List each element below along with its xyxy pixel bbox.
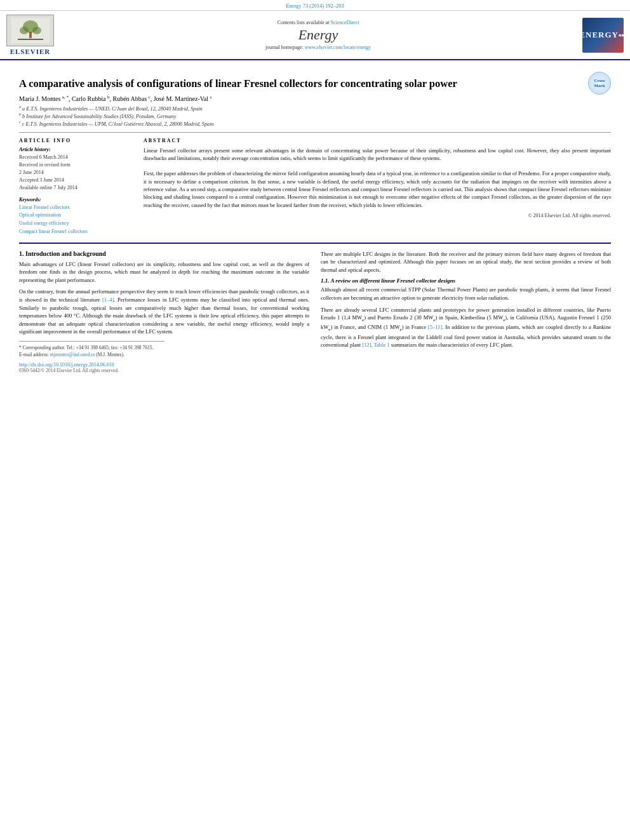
- svg-point-4: [32, 27, 41, 34]
- ref-5-11: [5–11]: [428, 324, 442, 330]
- elsevier-wordmark: ELSEVIER: [10, 48, 51, 55]
- body-right: There are multiple LFC designs in the li…: [321, 250, 611, 374]
- author-ruben: Rubén Abbas: [113, 95, 147, 102]
- body-columns: 1. Introduction and background Main adva…: [19, 250, 611, 374]
- journal-center: Contents lists available at ScienceDirec…: [54, 20, 582, 50]
- history-received: Received 6 March 2014: [19, 154, 133, 161]
- body-para-1: Main advantages of LFC (linear Fresnel c…: [19, 260, 309, 284]
- article-info-abstract: ARTICLE INFO Article history: Received 6…: [19, 138, 611, 236]
- issn: 0360-5442/© 2014 Elsevier Ltd. All right…: [19, 368, 309, 373]
- journal-header: ELSEVIER Contents lists available at Sci…: [0, 11, 630, 60]
- ref-12: [12]: [362, 342, 371, 348]
- keyword-2: Optical optimization: [19, 211, 133, 220]
- bottom-links: http://dx.doi.org/10.1016/j.energy.2014.…: [19, 362, 309, 373]
- top-bar: Energy 73 (2014) 192–203: [0, 0, 630, 11]
- author-maria: María J. Montes: [19, 95, 60, 102]
- article-history-label: Article history:: [19, 147, 133, 152]
- energy-logo-right: ENERGY ■■■: [582, 18, 624, 53]
- footnote-star: * Corresponding author. Tel.: +34 91 398…: [19, 344, 309, 351]
- elsevier-image: [6, 15, 54, 46]
- body-right-para-3: There are already several LFC commercial…: [321, 306, 611, 349]
- footnote-divider: [19, 341, 164, 342]
- article-title: A comparative analysis of configurations…: [19, 77, 583, 90]
- copyright-notice: © 2014 Elsevier Ltd. All rights reserved…: [144, 213, 611, 218]
- section-divider: [19, 243, 611, 244]
- table-ref: Table 1: [373, 342, 389, 348]
- section1-title: 1. Introduction and background: [19, 250, 309, 257]
- affil-a: a a E.T.S. Ingenieros Industriales — UNE…: [19, 105, 611, 112]
- keyword-4: Compact linear Fresnel collectors: [19, 228, 133, 236]
- article-info-heading: ARTICLE INFO: [19, 138, 133, 143]
- author-carlo: Carlo Rubbia: [72, 95, 106, 102]
- body-right-para-1: There are multiple LFC designs in the li…: [321, 250, 611, 274]
- footnote-email: E-mail address: mjmontes@ind.uned.es (M.…: [19, 351, 309, 358]
- affil-c: c c E.T.S. Ingenieros Industriales — UPM…: [19, 120, 611, 127]
- keywords-label: Keywords:: [19, 197, 133, 203]
- elsevier-logo: ELSEVIER: [6, 15, 54, 55]
- keyword-3: Useful energy efficiency: [19, 220, 133, 228]
- affiliations: a a E.T.S. Ingenieros Industriales — UNE…: [19, 105, 611, 126]
- affil-b: b b Institute for Advanced Sustainabilit…: [19, 112, 611, 119]
- history-accepted: Accepted 3 June 2014: [19, 177, 133, 184]
- abstract-heading: ABSTRACT: [144, 138, 611, 143]
- history-revised-label: Received in revised form: [19, 161, 133, 169]
- paper-content: A comparative analysis of configurations…: [0, 60, 630, 380]
- doi-link[interactable]: http://dx.doi.org/10.1016/j.energy.2014.…: [19, 362, 309, 368]
- body-para-2: On the contrary, from the annual perform…: [19, 288, 309, 335]
- svg-rect-2: [29, 32, 32, 38]
- article-info-col: ARTICLE INFO Article history: Received 6…: [19, 138, 133, 236]
- abstract-text: Linear Fresnel collector arrays present …: [144, 147, 611, 210]
- subsection-1-1-title: 1.1. A review on different linear Fresne…: [321, 277, 611, 284]
- authors-line: María J. Montes a, *, Carlo Rubbia b, Ru…: [19, 95, 611, 102]
- journal-reference: Energy 73 (2014) 192–203: [286, 3, 344, 9]
- body-right-para-2: Although almost all recent commercial ST…: [321, 286, 611, 302]
- svg-point-3: [20, 27, 29, 34]
- author-jose: José M. Martínez-Val: [154, 95, 208, 102]
- keyword-1: Linear Fresnel collectors: [19, 204, 133, 212]
- journal-homepage: journal homepage: www.elsevier.com/locat…: [265, 44, 371, 50]
- ref-1-4: [1–4]: [102, 297, 114, 303]
- body-left: 1. Introduction and background Main adva…: [19, 250, 309, 374]
- journal-name-display: Energy: [298, 27, 338, 43]
- abstract-col: ABSTRACT Linear Fresnel collector arrays…: [144, 138, 611, 236]
- history-revised-date: 2 June 2014: [19, 169, 133, 177]
- contents-available: Contents lists available at ScienceDirec…: [278, 20, 359, 25]
- history-online: Available online 7 July 2014: [19, 184, 133, 192]
- crossmark-badge: CrossMark: [588, 72, 611, 95]
- divider-after-affiliations: [19, 132, 611, 133]
- title-row: A comparative analysis of configurations…: [19, 72, 611, 95]
